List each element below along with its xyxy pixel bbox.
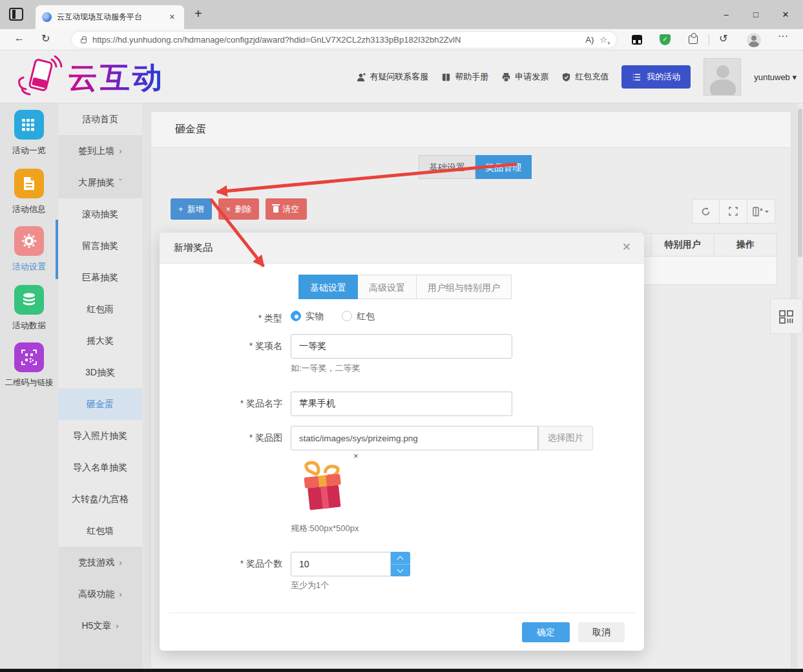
column-operations[interactable]: 操作 [714, 234, 777, 256]
modal-close-icon[interactable]: ✕ [622, 240, 631, 254]
menu-item-advanced-features[interactable]: 高级功能› [58, 578, 142, 610]
menu-item-signin-wall[interactable]: 签到上墙› [58, 135, 142, 167]
menu-item-golden-egg[interactable]: 砸金蛋 [58, 388, 142, 420]
floating-panel-toggle[interactable] [770, 299, 802, 334]
radio-redpacket[interactable]: 红包 [342, 311, 375, 322]
menu-item-shake-prize[interactable]: 摇大奖 [58, 325, 142, 357]
delete-button[interactable]: × 删除 [218, 198, 260, 220]
qrcode-icon [14, 342, 44, 372]
app-header: 云互动 有疑问联系客服 帮助手册 申请发票 红包充值 我的活动 [0, 50, 803, 103]
sidebar-item-qrcode-links[interactable]: 二维码与链接 [0, 342, 58, 388]
x-icon: × [226, 204, 231, 214]
menu-item-rolling-lottery[interactable]: 滚动抽奖 [58, 198, 142, 230]
menu-spacer [58, 642, 142, 669]
sidebar-item-activity-settings[interactable]: 活动设置 [0, 226, 58, 273]
confirm-button[interactable]: 确定 [522, 622, 570, 642]
url-text[interactable]: https://hd.yunhudong.cn/hdmanage/configz… [92, 35, 579, 45]
radio-unselected-icon [342, 311, 352, 321]
stepper-down-button[interactable] [391, 565, 410, 577]
columns-icon[interactable] [747, 199, 775, 224]
menu-item-import-list-lottery[interactable]: 导入名单抽奖 [58, 452, 142, 483]
prize-image-path-input[interactable] [291, 426, 538, 450]
address-bar[interactable]: https://hd.yunhudong.cn/hdmanage/configz… [71, 31, 617, 48]
prize-count-input[interactable] [291, 552, 391, 576]
user-avatar[interactable] [704, 58, 741, 96]
more-menu-icon[interactable]: ··· [778, 30, 788, 42]
refresh-icon[interactable] [692, 199, 720, 224]
read-aloud-icon[interactable]: A) [585, 35, 594, 45]
tab-basic-settings[interactable]: 基础设置 [419, 155, 475, 179]
menu-item-3d-lottery[interactable]: 3D抽奖 [58, 357, 142, 388]
page-scrollbar[interactable] [797, 103, 803, 669]
nav-redpacket-recharge[interactable]: 红包充值 [561, 71, 609, 83]
menu-item-bigscreen-lottery[interactable]: 大屏抽奖ˇ [58, 167, 142, 198]
add-button[interactable]: + 新增 [171, 198, 212, 220]
favicon-icon [42, 12, 52, 22]
prize-image-preview [295, 459, 352, 518]
menu-item-wheel-grid[interactable]: 大转盘/九宫格 [58, 483, 142, 515]
menu-item-activity-home[interactable]: 活动首页 [58, 103, 142, 135]
radio-physical[interactable]: 实物 [291, 311, 324, 322]
tab-actions-icon[interactable] [9, 8, 23, 21]
menu-item-import-photo-lottery[interactable]: 导入照片抽奖 [58, 420, 142, 452]
fullscreen-icon[interactable] [720, 199, 747, 224]
nav-contact-support[interactable]: 有疑问联系客服 [356, 71, 428, 83]
grid-icon [14, 110, 44, 140]
menu-item-h5-article[interactable]: H5文章› [58, 610, 142, 642]
clear-button[interactable]: 清空 [266, 198, 307, 220]
document-icon [14, 169, 44, 198]
modal-tab-advanced[interactable]: 高级设置 [358, 275, 417, 299]
sidebar-item-activity-info[interactable]: 活动信息 [0, 169, 58, 215]
table-actions: + 新增 × 删除 清空 [171, 198, 307, 220]
modal-tab-usergroups[interactable]: 用户组与特别用户 [417, 275, 512, 299]
type-radio-group: 实物 红包 [291, 311, 375, 322]
chevron-down-icon: ▾ [792, 72, 797, 82]
modal-tab-basic[interactable]: 基础设置 [298, 275, 358, 299]
reload-icon[interactable]: ↻ [41, 32, 50, 45]
browser-profile-icon[interactable] [747, 33, 761, 47]
modal-footer-divider [169, 613, 635, 613]
browser-window: 云互动现场互动服务平台 ✕ + – □ ✕ ← ↻ https://hd.yun… [0, 0, 803, 672]
tab-prize-management[interactable]: 奖品管理 [475, 155, 532, 179]
menu-item-message-lottery[interactable]: 留言抽奖 [58, 230, 142, 262]
adblock-shield-icon[interactable]: ✓ [660, 34, 671, 45]
sidebar-item-activity-data[interactable]: 活动数据 [0, 285, 58, 331]
back-icon[interactable]: ← [14, 32, 25, 44]
column-special-user[interactable]: 特别用户 [651, 234, 714, 256]
prize-image-label: * 奖品图 [179, 432, 282, 444]
menu-item-redpacket-wall[interactable]: 红包墙 [58, 515, 142, 547]
username-menu[interactable]: yuntuweb ▾ [754, 72, 797, 82]
menu-item-giantscreen-lottery[interactable]: 巨幕抽奖 [58, 262, 142, 293]
prize-name-label: * 奖品名字 [179, 398, 282, 410]
window-close-button[interactable]: ✕ [771, 0, 800, 29]
extensions-puzzle-icon[interactable] [689, 36, 698, 44]
sidebar-item-activity-overview[interactable]: 活动一览 [0, 110, 58, 156]
type-label: * 类型 [179, 313, 282, 324]
history-icon[interactable]: ↺ [719, 32, 727, 45]
chevron-right-icon: › [119, 146, 121, 156]
browser-tab[interactable]: 云互动现场互动服务平台 ✕ [36, 5, 184, 29]
remove-image-icon[interactable]: × [353, 451, 359, 461]
cancel-button[interactable]: 取消 [578, 622, 625, 642]
menu-item-competitive-games[interactable]: 竞技游戏› [58, 547, 142, 578]
prize-name-input[interactable] [291, 392, 512, 416]
table-toolbar [692, 199, 775, 224]
choose-image-button[interactable]: 选择图片 [538, 426, 593, 450]
lock-icon [81, 39, 87, 43]
nav-help-manual[interactable]: 帮助手册 [441, 71, 488, 83]
window-maximize-button[interactable]: □ [741, 0, 771, 29]
window-minimize-button[interactable]: – [711, 0, 741, 29]
nav-request-invoice[interactable]: 申请发票 [501, 71, 548, 83]
stepper-up-button[interactable] [391, 552, 410, 565]
chevron-up-icon [397, 556, 404, 563]
new-tab-button[interactable]: + [194, 6, 202, 21]
award-name-input[interactable] [291, 334, 512, 359]
plus-icon: + [178, 204, 183, 214]
tab-close-icon[interactable]: ✕ [167, 12, 178, 23]
menu-item-redpacket-rain[interactable]: 红包雨 [58, 293, 142, 325]
scrollbar-thumb[interactable] [798, 109, 802, 257]
extension-icon[interactable] [632, 35, 642, 45]
favorite-icon[interactable]: ☆ [600, 35, 607, 45]
award-name-label: * 奖项名 [179, 341, 282, 352]
my-activities-button[interactable]: 我的活动 [621, 65, 691, 89]
